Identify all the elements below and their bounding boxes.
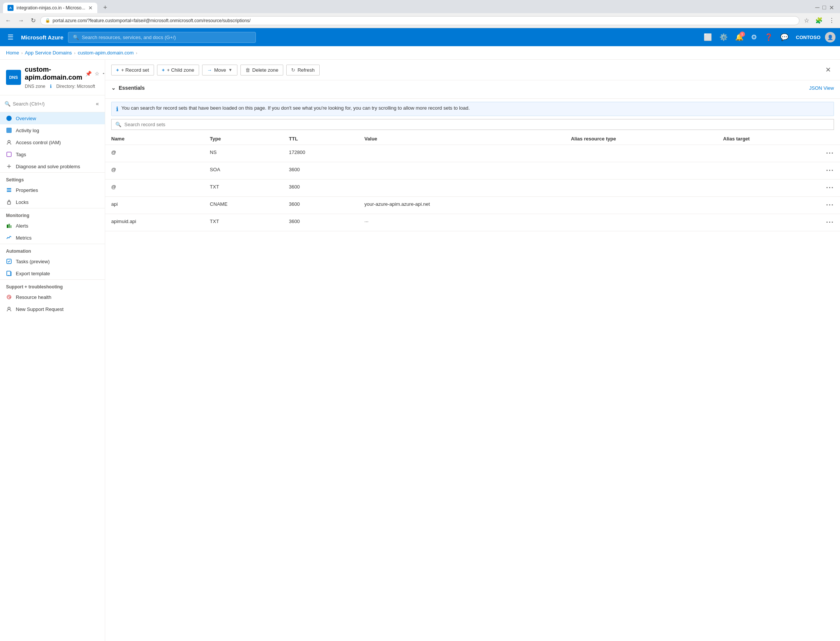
sidebar-collapse-button[interactable]: « — [94, 99, 100, 108]
row-actions-button[interactable]: ··· — [826, 167, 834, 174]
table-row[interactable]: api CNAME 3600 your-azure-apim.azure-api… — [105, 197, 840, 214]
sidebar-item-label: Locks — [16, 200, 29, 205]
row-type: TXT — [204, 179, 283, 197]
row-alias-resource-type — [565, 162, 717, 179]
row-ttl: 172800 — [283, 145, 358, 162]
more-icon[interactable]: ··· — [103, 70, 105, 77]
col-name[interactable]: Name — [105, 133, 204, 145]
refresh-button[interactable]: ↻ — [29, 15, 38, 26]
svg-rect-4 — [7, 191, 11, 192]
sidebar-item-resource-health[interactable]: Resource health — [0, 291, 105, 303]
row-name: apimuid.api — [105, 214, 204, 231]
resource-icon: DNS — [6, 70, 21, 85]
record-set-button[interactable]: + + Record set — [111, 64, 154, 76]
row-actions-button[interactable]: ··· — [826, 219, 834, 226]
pin-icon[interactable]: 📌 — [85, 71, 92, 77]
user-name[interactable]: CONTOSO — [793, 32, 824, 43]
properties-icon — [6, 187, 12, 193]
sidebar-item-label: Alerts — [16, 223, 28, 229]
resource-type: DNS zone — [25, 84, 45, 89]
sidebar-search-input[interactable] — [13, 101, 92, 107]
window-minimize[interactable]: ─ — [815, 4, 819, 11]
cloud-shell-icon[interactable]: ⬜ — [701, 30, 715, 44]
address-bar[interactable]: 🔒 portal.azure.com/?feature.customportal… — [40, 16, 800, 25]
breadcrumb: Home › App Service Domains › custom-apim… — [0, 46, 840, 60]
sidebar-item-label: Export template — [16, 271, 50, 276]
row-alias-resource-type — [565, 214, 717, 231]
col-alias-target[interactable]: Alias target — [717, 133, 820, 145]
sidebar: DNS custom-apim.domain.com 📌 ☆ ··· DNS z… — [0, 60, 105, 641]
row-actions-button[interactable]: ··· — [826, 150, 834, 157]
bookmark-button[interactable]: ☆ — [802, 15, 811, 26]
sidebar-item-locks[interactable]: Locks — [0, 196, 105, 208]
sidebar-item-label: Properties — [16, 187, 38, 193]
extensions-button[interactable]: 🧩 — [813, 15, 825, 26]
delete-icon: 🗑 — [245, 67, 250, 73]
delete-zone-button[interactable]: 🗑 Delete zone — [240, 64, 283, 76]
row-actions-button[interactable]: ··· — [826, 201, 834, 209]
new-tab-button[interactable]: + — [100, 2, 110, 13]
sidebar-item-alerts[interactable]: Alerts — [0, 220, 105, 232]
back-button[interactable]: ← — [3, 16, 13, 26]
sidebar-item-tasks[interactable]: Tasks (preview) — [0, 255, 105, 267]
row-actions-button[interactable]: ··· — [826, 184, 834, 192]
search-bar[interactable]: 🔍 — [111, 119, 834, 130]
tasks-icon — [6, 258, 12, 264]
sidebar-item-access-control[interactable]: Access control (IAM) — [0, 136, 105, 148]
notifications-icon[interactable]: 🔔 1 — [732, 30, 746, 44]
svg-rect-2 — [7, 188, 11, 189]
sidebar-item-label: Metrics — [16, 235, 32, 241]
table-row[interactable]: @ TXT 3600 ··· — [105, 179, 840, 197]
table-row[interactable]: @ NS 172800 ··· — [105, 145, 840, 162]
browser-tab[interactable]: A integration-ninjas.co.in - Microso... … — [3, 3, 97, 13]
tab-close-button[interactable]: ✕ — [88, 5, 93, 11]
sidebar-item-overview[interactable]: Overview — [0, 112, 105, 124]
col-ttl[interactable]: TTL — [283, 133, 358, 145]
feedback-icon[interactable]: 💬 — [777, 30, 792, 44]
col-alias-resource-type[interactable]: Alias resource type — [565, 133, 717, 145]
sidebar-item-export-template[interactable]: Export template — [0, 267, 105, 279]
breadcrumb-home[interactable]: Home — [6, 50, 19, 56]
global-search[interactable]: 🔍 — [68, 32, 256, 43]
sidebar-item-activity-log[interactable]: Activity log — [0, 124, 105, 136]
help-icon[interactable]: ❓ — [761, 30, 776, 44]
search-input[interactable] — [82, 35, 251, 40]
sidebar-item-metrics[interactable]: Metrics — [0, 232, 105, 244]
essentials-title[interactable]: ⌄ Essentials — [111, 85, 145, 91]
tab-title: integration-ninjas.co.in - Microso... — [16, 5, 85, 11]
row-alias-resource-type — [565, 197, 717, 214]
window-maximize[interactable]: □ — [822, 4, 826, 11]
col-type[interactable]: Type — [204, 133, 283, 145]
menu-button[interactable]: ⋮ — [827, 15, 837, 26]
refresh-button[interactable]: ↻ Refresh — [286, 64, 320, 76]
col-value[interactable]: Value — [358, 133, 565, 145]
sidebar-item-tags[interactable]: Tags — [0, 148, 105, 160]
nav-icons: ⬜ ⚙️ 🔔 1 ⚙ ❓ 💬 CONTOSO 👤 — [701, 30, 836, 44]
search-records-input[interactable] — [124, 122, 830, 127]
svg-rect-6 — [7, 225, 8, 228]
star-icon[interactable]: ☆ — [95, 71, 100, 77]
close-button[interactable]: ✕ — [822, 64, 834, 76]
sidebar-item-diagnose[interactable]: Diagnose and solve problems — [0, 160, 105, 172]
window-close[interactable]: ✕ — [829, 4, 834, 11]
svg-point-11 — [8, 307, 10, 309]
resource-name: custom-apim.domain.com — [25, 66, 82, 82]
breadcrumb-app-service-domains[interactable]: App Service Domains — [25, 50, 72, 56]
sidebar-item-new-support[interactable]: New Support Request — [0, 303, 105, 315]
portal-settings-icon[interactable]: ⚙️ — [716, 30, 731, 44]
svg-rect-5 — [8, 202, 11, 204]
sidebar-search[interactable]: 🔍 « — [0, 95, 105, 112]
hamburger-menu[interactable]: ☰ — [5, 30, 16, 44]
notification-badge: 1 — [740, 32, 745, 37]
child-zone-button[interactable]: + + Child zone — [157, 64, 199, 76]
forward-button[interactable]: → — [16, 16, 26, 26]
sidebar-item-properties[interactable]: Properties — [0, 184, 105, 196]
json-view-link[interactable]: JSON View — [809, 85, 834, 91]
breadcrumb-current[interactable]: custom-apim.domain.com — [78, 50, 134, 56]
row-type: NS — [204, 145, 283, 162]
table-row[interactable]: @ SOA 3600 ··· — [105, 162, 840, 179]
user-avatar[interactable]: 👤 — [825, 32, 835, 42]
table-row[interactable]: apimuid.api TXT 3600 ··· ··· — [105, 214, 840, 231]
move-button[interactable]: → Move ▼ — [202, 64, 237, 76]
settings-icon[interactable]: ⚙ — [748, 30, 760, 44]
